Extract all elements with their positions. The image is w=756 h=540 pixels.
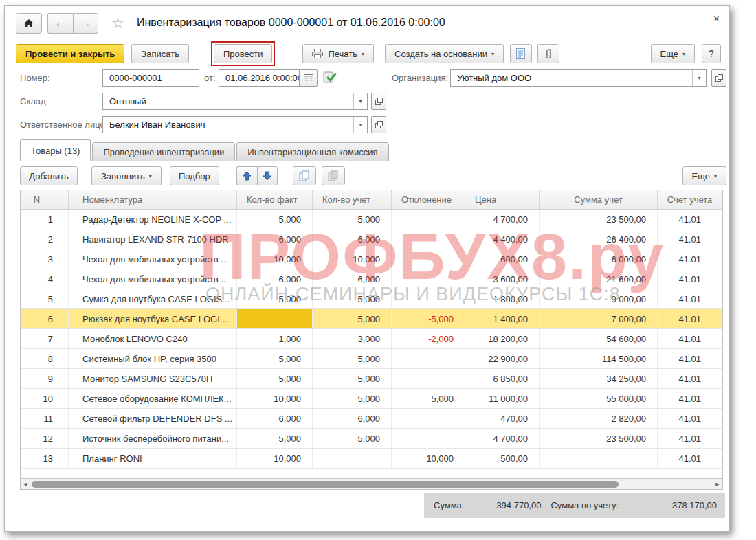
table-cell[interactable]: 5,000 bbox=[313, 369, 392, 388]
table-row[interactable]: 5Сумка для ноутбука CASE LOGIS...5,0005,… bbox=[21, 289, 722, 309]
posted-status-button[interactable] bbox=[323, 71, 337, 84]
table-cell[interactable]: 41.01 bbox=[658, 309, 722, 328]
table-cell[interactable]: 41.01 bbox=[658, 229, 722, 249]
table-cell[interactable]: 6 000,00 bbox=[540, 249, 658, 269]
table-row[interactable]: 7Моноблок LENOVO C2401,0003,000-2,00018 … bbox=[21, 329, 722, 349]
back-button[interactable]: ← bbox=[47, 13, 73, 34]
table-cell[interactable]: 5,000 bbox=[237, 210, 313, 229]
table-cell[interactable]: 4 700,00 bbox=[465, 429, 540, 448]
pick-button[interactable]: Подбор bbox=[170, 166, 219, 185]
column-header[interactable]: Счет учета bbox=[658, 190, 722, 209]
responsible-person-open-button[interactable] bbox=[371, 116, 386, 133]
table-cell[interactable]: 7 bbox=[21, 329, 69, 348]
table-row[interactable]: 1Радар-Детектор NEOLINE X-COP ...5,0005,… bbox=[21, 210, 722, 229]
tab-inventory-execution[interactable]: Проведение инвентаризации bbox=[92, 142, 235, 161]
chevron-down-icon[interactable]: ▾ bbox=[692, 70, 706, 86]
table-cell[interactable]: 11 000,00 bbox=[465, 389, 540, 408]
move-row-down-button[interactable] bbox=[257, 166, 278, 185]
document-report-button[interactable] bbox=[510, 44, 532, 63]
create-based-on-button[interactable]: Создать на основании▾ bbox=[385, 44, 504, 63]
table-cell[interactable]: 10,000 bbox=[237, 249, 313, 269]
help-button[interactable]: ? bbox=[702, 44, 721, 63]
table-cell[interactable] bbox=[392, 369, 465, 388]
table-cell[interactable]: 10 bbox=[21, 389, 69, 408]
save-button[interactable]: Записать bbox=[131, 44, 189, 63]
table-cell[interactable]: 6,000 bbox=[237, 229, 313, 249]
table-cell[interactable]: 6,000 bbox=[237, 409, 313, 428]
more-button-table[interactable]: Еще▾ bbox=[682, 166, 726, 185]
table-cell[interactable]: 5,000 bbox=[237, 429, 313, 448]
table-cell[interactable]: Системный блок HP, серия 3500 bbox=[69, 349, 237, 368]
table-cell[interactable]: 6 850,00 bbox=[465, 369, 540, 388]
table-cell[interactable]: Сетевое оборудование КОМПЛЕК... bbox=[69, 389, 237, 408]
table-cell[interactable]: 34 250,00 bbox=[540, 369, 658, 388]
post-button[interactable]: Провести bbox=[214, 44, 273, 63]
organization-input[interactable]: Уютный дом ООО ▾ bbox=[450, 69, 707, 87]
attachments-button[interactable] bbox=[537, 44, 559, 63]
table-cell[interactable] bbox=[392, 349, 465, 368]
table-cell[interactable]: Сумка для ноутбука CASE LOGIS... bbox=[69, 289, 237, 308]
table-cell[interactable]: 1 800,00 bbox=[465, 289, 540, 308]
column-header[interactable]: Номенклатура bbox=[69, 190, 237, 209]
table-cell[interactable] bbox=[392, 289, 465, 308]
table-cell[interactable]: 3 bbox=[21, 249, 69, 269]
table-cell[interactable]: 5,000 bbox=[237, 369, 313, 388]
table-cell[interactable] bbox=[313, 449, 392, 468]
table-cell[interactable]: 13 bbox=[21, 449, 69, 468]
table-cell[interactable]: 21 600,00 bbox=[540, 269, 658, 289]
table-cell[interactable] bbox=[392, 409, 465, 428]
column-header[interactable]: Кол-во факт bbox=[237, 190, 313, 209]
table-cell[interactable]: 5,000 bbox=[313, 429, 392, 448]
table-cell[interactable]: 6,000 bbox=[313, 269, 392, 289]
table-cell[interactable]: 1,000 bbox=[237, 329, 313, 348]
move-row-up-button[interactable] bbox=[236, 166, 257, 185]
table-cell[interactable]: 26 400,00 bbox=[540, 229, 658, 249]
table-cell[interactable]: 500,00 bbox=[465, 449, 540, 468]
table-cell[interactable]: 5,000 bbox=[313, 389, 392, 408]
tab-goods[interactable]: Товары (13) bbox=[20, 139, 91, 161]
table-cell[interactable]: 8 bbox=[21, 349, 69, 368]
table-cell[interactable]: 10,000 bbox=[237, 389, 313, 408]
table-cell[interactable]: 41.01 bbox=[658, 269, 722, 289]
table-cell[interactable] bbox=[392, 210, 465, 229]
favorite-star-icon[interactable]: ☆ bbox=[111, 15, 124, 32]
table-cell[interactable]: 6,000 bbox=[237, 269, 313, 289]
table-cell[interactable]: 41.01 bbox=[658, 349, 722, 368]
table-cell[interactable]: 6,000 bbox=[313, 229, 392, 249]
table-cell[interactable]: 3 600,00 bbox=[465, 269, 540, 289]
table-cell[interactable]: 4 700,00 bbox=[465, 210, 540, 229]
table-cell[interactable]: 7 000,00 bbox=[540, 309, 658, 328]
post-and-close-button[interactable]: Провести и закрыть bbox=[16, 44, 124, 63]
table-cell[interactable] bbox=[392, 269, 465, 289]
table-cell[interactable]: 4 400,00 bbox=[465, 229, 540, 249]
table-cell[interactable]: 5,000 bbox=[313, 309, 392, 328]
table-cell[interactable]: 5 bbox=[21, 289, 69, 308]
table-cell[interactable]: 5,000 bbox=[392, 389, 465, 408]
table-cell[interactable]: 41.01 bbox=[658, 429, 722, 448]
table-cell[interactable]: 3,000 bbox=[313, 329, 392, 348]
table-cell[interactable]: 54 600,00 bbox=[540, 329, 658, 348]
column-header[interactable]: Кол-во учет bbox=[313, 190, 392, 209]
table-cell[interactable]: 5,000 bbox=[313, 210, 392, 229]
table-cell[interactable]: -5,000 bbox=[392, 309, 465, 328]
add-row-button[interactable]: Добавить bbox=[20, 166, 78, 185]
home-button[interactable] bbox=[16, 13, 42, 34]
table-row[interactable]: 8Системный блок HP, серия 35005,0005,000… bbox=[21, 349, 722, 369]
table-cell[interactable] bbox=[392, 429, 465, 448]
table-cell[interactable]: 18 200,00 bbox=[465, 329, 540, 348]
table-cell[interactable] bbox=[540, 449, 658, 468]
warehouse-input[interactable]: Оптовый ▾ bbox=[102, 93, 368, 110]
table-cell[interactable]: 1 400,00 bbox=[465, 309, 540, 328]
table-cell[interactable]: 600,00 bbox=[465, 249, 540, 269]
date-input[interactable]: 01.06.2016 0:00:00 bbox=[219, 69, 300, 87]
column-header[interactable]: Сумма учет bbox=[540, 190, 658, 209]
table-row[interactable]: 10Сетевое оборудование КОМПЛЕК...10,0005… bbox=[21, 389, 722, 409]
warehouse-open-button[interactable] bbox=[371, 93, 386, 110]
tab-inventory-commission[interactable]: Инвентаризационная комиссия bbox=[236, 142, 388, 161]
table-cell[interactable]: 6,000 bbox=[313, 409, 392, 428]
table-cell[interactable]: 5,000 bbox=[313, 349, 392, 368]
table-cell[interactable]: 41.01 bbox=[658, 289, 722, 308]
chevron-down-icon[interactable]: ▾ bbox=[353, 117, 367, 133]
table-cell[interactable]: Навигатор LEXAND STR-7100 HDR bbox=[69, 229, 237, 249]
table-row[interactable]: 9Монитор SAMSUNG S23C570H5,0005,0006 850… bbox=[21, 369, 722, 389]
